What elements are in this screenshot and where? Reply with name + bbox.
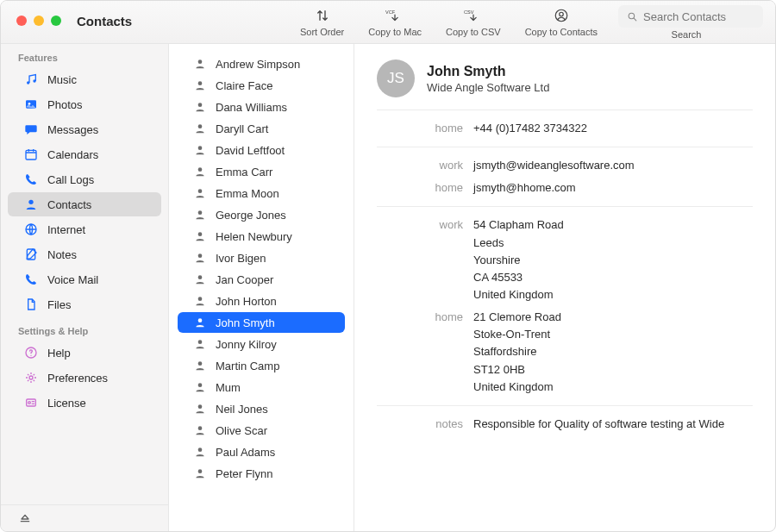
fullscreen-window-button[interactable] bbox=[51, 16, 61, 26]
address-line: 21 Clemore Road bbox=[473, 309, 753, 326]
contact-list-item[interactable]: Olive Scar bbox=[178, 420, 345, 441]
address-line: 54 Clapham Road bbox=[473, 216, 753, 234]
contact-list-item[interactable]: John Horton bbox=[178, 291, 345, 311]
contact-list[interactable]: Andrew SimpsonClaire FaceDana WilliamsDa… bbox=[169, 44, 354, 532]
phone-label: home bbox=[377, 120, 473, 137]
sidebar-item-files[interactable]: Files bbox=[8, 292, 161, 316]
contact-list-item[interactable]: George Jones bbox=[178, 204, 345, 225]
sidebar-item-label: Music bbox=[47, 73, 77, 86]
address-label: work bbox=[377, 216, 473, 304]
sidebar-item-notes[interactable]: Notes bbox=[8, 242, 161, 266]
svg-point-29 bbox=[198, 297, 203, 301]
copy-to-contacts-button[interactable]: Copy to Contacts bbox=[525, 6, 598, 37]
emails-group: workjsmyth@wideanglesoftware.comhomejsmy… bbox=[377, 147, 753, 207]
contact-company: Wide Angle Software Ltd bbox=[427, 81, 549, 94]
contact-list-item-name: Claire Face bbox=[216, 79, 272, 92]
phones-group: home+44 (0)17482 3734322 bbox=[377, 110, 753, 147]
sidebar-bottom bbox=[1, 504, 168, 532]
sidebar-item-voice-mail[interactable]: Voice Mail bbox=[8, 267, 161, 291]
search-input[interactable] bbox=[643, 10, 776, 23]
sidebar-item-label: Voice Mail bbox=[47, 273, 98, 286]
copy-to-csv-button[interactable]: CSV Copy to CSV bbox=[446, 6, 501, 37]
contact-list-item[interactable]: Emma Moon bbox=[178, 183, 345, 203]
contact-list-item[interactable]: Emma Carr bbox=[178, 161, 345, 182]
contact-list-item-name: Paul Adams bbox=[216, 446, 275, 459]
contact-list-item[interactable]: David Leftfoot bbox=[178, 140, 345, 160]
person-icon bbox=[193, 186, 207, 200]
contact-list-item[interactable]: Peter Flynn bbox=[178, 463, 345, 484]
sidebar-settings-heading: Settings & Help bbox=[1, 317, 168, 340]
sidebar-item-music[interactable]: Music bbox=[8, 67, 161, 91]
sort-order-button[interactable]: Sort Order bbox=[300, 6, 344, 37]
contact-list-item-name: Olive Scar bbox=[216, 424, 267, 437]
svg-point-34 bbox=[198, 404, 203, 409]
svg-point-8 bbox=[28, 103, 31, 105]
sidebar: Features MusicPhotosMessagesCalendarsCal… bbox=[1, 44, 169, 532]
address-line: Leeds bbox=[473, 235, 753, 252]
contact-list-item-name: John Horton bbox=[216, 295, 277, 308]
contact-list-item-name: Peter Flynn bbox=[216, 467, 272, 480]
contact-list-item[interactable]: Neil Jones bbox=[178, 398, 345, 419]
contact-list-item[interactable]: Claire Face bbox=[178, 75, 345, 96]
contact-list-item[interactable]: Jan Cooper bbox=[178, 269, 345, 290]
window-controls bbox=[1, 1, 61, 26]
search-icon bbox=[627, 11, 638, 22]
contact-list-item[interactable]: Helen Newbury bbox=[178, 226, 345, 247]
email-value[interactable]: jsmyth@hhome.com bbox=[473, 179, 753, 197]
contact-list-item[interactable]: Andrew Simpson bbox=[178, 53, 345, 74]
person-icon bbox=[193, 57, 207, 71]
svg-point-5 bbox=[27, 81, 29, 84]
sidebar-item-preferences[interactable]: Preferences bbox=[8, 366, 161, 390]
contact-list-item[interactable]: John Smyth bbox=[178, 312, 345, 333]
photos-icon bbox=[23, 97, 39, 112]
svg-text:CSV: CSV bbox=[464, 9, 474, 15]
contact-list-item-name: Dana Williams bbox=[216, 101, 287, 114]
contact-list-item-name: Neil Jones bbox=[216, 403, 268, 416]
svg-point-22 bbox=[198, 146, 203, 150]
sidebar-item-label: Messages bbox=[47, 123, 98, 136]
contact-list-item[interactable]: Jonny Kilroy bbox=[178, 334, 345, 354]
svg-point-17 bbox=[28, 402, 31, 404]
minimize-window-button[interactable] bbox=[34, 16, 44, 26]
close-window-button[interactable] bbox=[16, 16, 27, 26]
contact-list-item[interactable]: Martin Camp bbox=[178, 355, 345, 376]
address-label: home bbox=[377, 309, 473, 396]
copy-to-mac-button[interactable]: VCF Copy to Mac bbox=[368, 6, 422, 37]
sidebar-item-messages[interactable]: Messages bbox=[8, 117, 161, 141]
person-icon bbox=[193, 165, 207, 178]
address-line: CA 45533 bbox=[473, 269, 753, 286]
phone-value[interactable]: +44 (0)17482 3734322 bbox=[473, 120, 753, 137]
svg-rect-9 bbox=[26, 150, 36, 160]
person-icon bbox=[193, 229, 207, 243]
contact-list-item-name: Ivor Bigen bbox=[216, 252, 266, 265]
contact-list-item[interactable]: Daryll Cart bbox=[178, 118, 345, 139]
sidebar-item-photos[interactable]: Photos bbox=[8, 92, 161, 116]
notes-group: notes Responsible for Quality of softwar… bbox=[377, 406, 753, 442]
svg-point-15 bbox=[29, 376, 33, 379]
address-line: United Kingdom bbox=[473, 286, 753, 304]
sidebar-item-calendars[interactable]: Calendars bbox=[8, 142, 161, 166]
svg-text:VCF: VCF bbox=[385, 9, 396, 15]
sidebar-item-license[interactable]: License bbox=[8, 391, 161, 415]
email-value[interactable]: jsmyth@wideanglesoftware.com bbox=[473, 157, 753, 174]
svg-point-26 bbox=[198, 232, 203, 236]
contact-list-item[interactable]: Mum bbox=[178, 377, 345, 397]
sidebar-item-label: Preferences bbox=[47, 372, 108, 385]
svg-point-24 bbox=[198, 189, 203, 193]
search-field[interactable] bbox=[618, 5, 763, 28]
eject-icon[interactable] bbox=[18, 512, 168, 526]
sidebar-item-contacts[interactable]: Contacts bbox=[8, 192, 161, 216]
sidebar-item-label: Contacts bbox=[47, 198, 91, 211]
contact-list-item-name: Jonny Kilroy bbox=[216, 338, 277, 351]
messages-icon bbox=[23, 122, 39, 137]
sidebar-item-internet[interactable]: Internet bbox=[8, 217, 161, 241]
email-label: work bbox=[377, 157, 473, 174]
window-title: Contacts bbox=[77, 1, 132, 28]
contact-list-item[interactable]: Ivor Bigen bbox=[178, 247, 345, 268]
svg-point-36 bbox=[198, 448, 203, 452]
contact-list-item[interactable]: Dana Williams bbox=[178, 97, 345, 117]
sidebar-item-help[interactable]: Help bbox=[8, 341, 161, 365]
contact-list-item[interactable]: Paul Adams bbox=[178, 441, 345, 462]
svg-point-20 bbox=[198, 103, 203, 107]
sidebar-item-call-logs[interactable]: Call Logs bbox=[8, 167, 161, 191]
